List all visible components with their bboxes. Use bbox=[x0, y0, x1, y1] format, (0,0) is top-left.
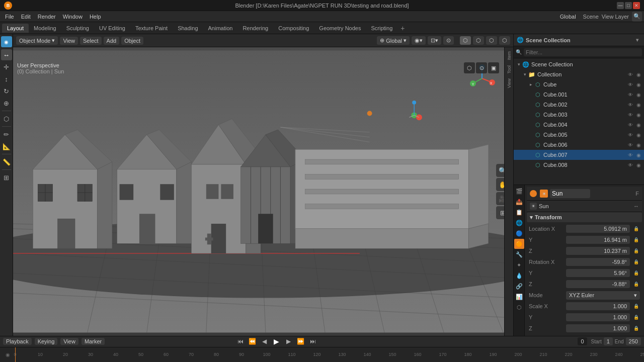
tab-uv-editing[interactable]: UV Editing bbox=[94, 24, 130, 33]
location-x-lock[interactable]: 🔒 bbox=[632, 225, 640, 233]
tool-measure[interactable]: 📏 bbox=[1, 156, 12, 167]
cube002-eye-icon[interactable]: 👁 bbox=[627, 101, 634, 108]
menu-edit[interactable]: Edit bbox=[18, 13, 34, 21]
cube001-eye-icon[interactable]: 👁 bbox=[627, 91, 634, 98]
tool-transform[interactable]: ⬡ bbox=[1, 113, 12, 124]
prev-frame-button[interactable]: ⏪ bbox=[248, 336, 258, 346]
fake-user-toggle[interactable]: F bbox=[635, 191, 639, 197]
constraints-properties-icon[interactable]: 🔗 bbox=[514, 281, 524, 291]
tab-animation[interactable]: Animation bbox=[203, 24, 238, 33]
proportional-edit[interactable]: ⊙ bbox=[443, 36, 454, 45]
current-frame-display[interactable]: 0 bbox=[578, 337, 587, 345]
tab-shading[interactable]: Shading bbox=[173, 24, 203, 33]
collection-eye-icon[interactable]: 👁 bbox=[627, 71, 634, 78]
tab-scripting[interactable]: Scripting bbox=[366, 24, 397, 33]
menu-file[interactable]: File bbox=[2, 13, 17, 21]
location-y-lock[interactable]: 🔒 bbox=[632, 236, 640, 244]
world-properties-icon[interactable]: 🔵 bbox=[514, 228, 524, 238]
scene-properties-icon[interactable]: 🌐 bbox=[514, 218, 524, 228]
minimize-button[interactable]: — bbox=[617, 2, 624, 9]
next-frame-button[interactable]: ⏩ bbox=[296, 336, 306, 346]
scale-z-value[interactable]: 1.000 bbox=[566, 324, 630, 332]
cube004-item[interactable]: ⬡ Cube.004 👁 ◉ bbox=[514, 120, 644, 130]
transform-header[interactable]: ▾ Transform bbox=[527, 212, 642, 222]
jump-start-button[interactable]: ⏮ bbox=[235, 336, 246, 346]
marker-menu[interactable]: Marker bbox=[82, 338, 105, 345]
keying-menu[interactable]: Keying bbox=[35, 338, 58, 345]
cube003-item[interactable]: ⬡ Cube.003 👁 ◉ bbox=[514, 110, 644, 120]
timeline-body[interactable]: ◉ 0 10 20 30 40 50 60 70 80 90 100 110 1… bbox=[0, 347, 644, 362]
viewport-shading-solid[interactable]: ⬡ bbox=[460, 36, 471, 45]
object-name-input[interactable] bbox=[550, 189, 590, 198]
add-workspace-button[interactable]: + bbox=[397, 23, 408, 33]
cube008-lock-icon[interactable]: ◉ bbox=[635, 161, 642, 168]
maximize-button[interactable]: □ bbox=[625, 2, 632, 9]
cube-lock-icon[interactable]: ◉ bbox=[635, 81, 642, 88]
cube007-lock-icon[interactable]: ◉ bbox=[635, 151, 642, 158]
search-button[interactable]: 🔍 bbox=[632, 12, 642, 22]
tab-modeling[interactable]: Modeling bbox=[29, 24, 61, 33]
start-frame-input[interactable]: 1 bbox=[604, 337, 613, 345]
transform-orientation[interactable]: ⊕ Global ▾ bbox=[377, 36, 410, 45]
viewport-overlays[interactable]: ⊙ bbox=[476, 62, 487, 73]
select-menu[interactable]: Select bbox=[80, 37, 102, 45]
tab-texture-paint[interactable]: Texture Paint bbox=[130, 24, 173, 33]
scale-x-lock[interactable]: 🔒 bbox=[632, 302, 640, 310]
add-menu[interactable]: Add bbox=[104, 37, 120, 45]
viewport-shading-rendered[interactable]: ⬡ bbox=[486, 36, 497, 45]
tab-compositing[interactable]: Compositing bbox=[273, 24, 314, 33]
menu-window[interactable]: Window bbox=[60, 13, 86, 21]
tool-select[interactable]: ↔ bbox=[1, 49, 12, 60]
tab-geometry-nodes[interactable]: Geometry Nodes bbox=[314, 24, 366, 33]
cube-parent-item[interactable]: ▸ ⬡ Cube 👁 ◉ bbox=[514, 79, 644, 89]
scale-x-value[interactable]: 1.000 bbox=[566, 302, 630, 310]
rotation-y-lock[interactable]: 🔒 bbox=[632, 269, 640, 277]
cube006-eye-icon[interactable]: 👁 bbox=[627, 141, 634, 148]
cube005-eye-icon[interactable]: 👁 bbox=[627, 131, 634, 138]
search-input[interactable] bbox=[524, 48, 642, 56]
tool-scale[interactable]: ⊕ bbox=[1, 98, 12, 109]
physics-properties-icon[interactable]: 💧 bbox=[514, 270, 524, 281]
cube008-item[interactable]: ⬡ Cube.008 👁 ◉ bbox=[514, 160, 644, 170]
collection-item[interactable]: ▾ 📁 Collection 👁 ◉ bbox=[514, 69, 644, 79]
viewport-shading-xray[interactable]: ⬡ bbox=[499, 36, 510, 45]
outliner-filter[interactable]: ▾ bbox=[633, 36, 641, 44]
tool-annotate[interactable]: ✏ bbox=[1, 129, 12, 140]
cube008-eye-icon[interactable]: 👁 bbox=[627, 161, 634, 168]
item-tab[interactable]: Item bbox=[505, 49, 513, 62]
rotation-x-lock[interactable]: 🔒 bbox=[632, 258, 640, 266]
rotation-z-lock[interactable]: 🔒 bbox=[632, 280, 640, 288]
playback-menu[interactable]: Playback bbox=[3, 338, 32, 345]
view-layer-properties-icon[interactable]: 📋 bbox=[514, 207, 524, 217]
render-properties-icon[interactable]: 🎬 bbox=[514, 186, 524, 196]
end-frame-input[interactable]: 250 bbox=[626, 337, 641, 345]
viewport[interactable]: Object Mode ▾ View Select Add Object ⊕ G… bbox=[13, 34, 513, 336]
viewport-shading-material[interactable]: ⬡ bbox=[473, 36, 484, 45]
view-menu[interactable]: View bbox=[60, 37, 78, 45]
tool-annotate-line[interactable]: 📐 bbox=[1, 141, 12, 152]
scale-y-value[interactable]: 1.000 bbox=[566, 313, 630, 321]
next-keyframe-button[interactable]: ▶ bbox=[284, 336, 294, 346]
tool-cursor[interactable]: ✛ bbox=[1, 61, 12, 72]
tab-rendering[interactable]: Rendering bbox=[237, 24, 273, 33]
tool-tab[interactable]: Tool bbox=[505, 63, 513, 76]
timeline-ruler[interactable]: 0 10 20 30 40 50 60 70 80 90 100 110 120… bbox=[15, 347, 644, 362]
tab-sculpting[interactable]: Sculpting bbox=[61, 24, 94, 33]
cube003-lock-icon[interactable]: ◉ bbox=[635, 111, 642, 118]
snap-toggle[interactable]: ⊡▾ bbox=[428, 36, 441, 45]
object-menu[interactable]: Object bbox=[121, 37, 143, 45]
cube004-lock-icon[interactable]: ◉ bbox=[635, 121, 642, 128]
cube005-lock-icon[interactable]: ◉ bbox=[635, 131, 642, 138]
viewport-shading-options[interactable]: ⬡ bbox=[464, 62, 475, 73]
unlink-button[interactable]: ↔ bbox=[633, 203, 639, 209]
location-y-value[interactable]: 16.941 m bbox=[566, 236, 630, 244]
pivot-point[interactable]: ◉▾ bbox=[412, 36, 426, 45]
view-tab[interactable]: View bbox=[505, 76, 513, 90]
jump-end-button[interactable]: ⏭ bbox=[308, 336, 318, 346]
cube001-item[interactable]: ⬡ Cube.001 👁 ◉ bbox=[514, 89, 644, 100]
scene-selector[interactable]: Global bbox=[556, 13, 580, 21]
cube005-item[interactable]: ⬡ Cube.005 👁 ◉ bbox=[514, 130, 644, 140]
material-properties-icon[interactable]: ⬡ bbox=[514, 302, 524, 312]
scale-z-lock[interactable]: 🔒 bbox=[632, 324, 640, 332]
data-properties-icon[interactable]: 📊 bbox=[514, 292, 524, 302]
